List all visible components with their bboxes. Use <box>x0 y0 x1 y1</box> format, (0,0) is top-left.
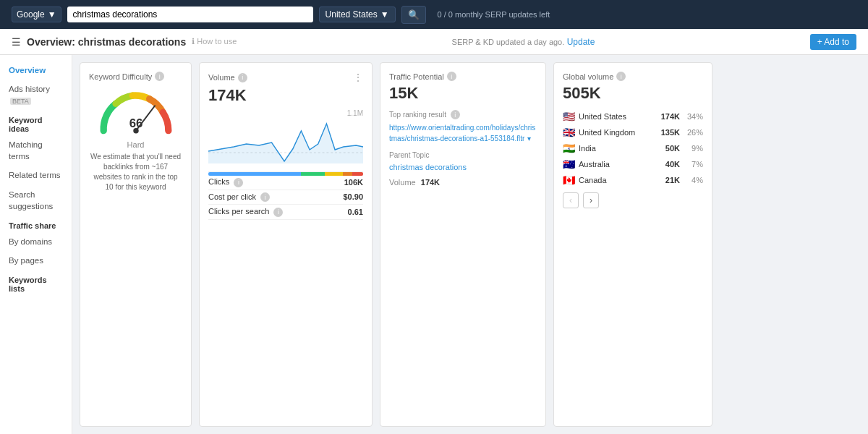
sidebar: Overview Ads history BETA Keyword ideas … <box>0 55 72 434</box>
sidebar-item-matching-terms[interactable]: Matching terms <box>0 135 72 166</box>
country-select[interactable]: United States ▼ <box>319 7 396 22</box>
engine-label: Google <box>17 9 45 20</box>
flag-gb: 🇬🇧 <box>563 127 575 138</box>
country-name-0: United States <box>579 112 661 121</box>
search-input-wrap <box>67 7 313 22</box>
tp-parent-topic-section: Parent Topic christmas decorations <box>389 151 537 172</box>
tp-card-title: Traffic Potential i <box>389 72 537 81</box>
parent-topic-label: Parent Topic <box>389 151 537 159</box>
volume-card: Volume i ⋮ 174K 1.1M <box>199 62 373 427</box>
country-chevron: ▼ <box>380 9 389 20</box>
country-val-3: 40K <box>665 160 680 169</box>
country-val-2: 50K <box>665 144 680 153</box>
ads-history-badge: BETA <box>10 98 31 105</box>
country-name-2: India <box>579 144 665 153</box>
gv-card-title: Global volume i <box>563 72 703 81</box>
how-to-use-link[interactable]: ℹ How to use <box>192 37 237 46</box>
volume-chart-area: 1.1M <box>208 109 363 167</box>
volume-chart-svg <box>208 109 363 167</box>
svg-text:66: 66 <box>129 116 142 130</box>
add-to-button[interactable]: + Add to <box>810 34 856 50</box>
volume-card-title: Volume i ⋮ <box>208 72 363 83</box>
flag-in: 🇮🇳 <box>563 142 575 154</box>
cps-value: 0.61 <box>348 208 363 216</box>
country-row-3: 🇦🇺 Australia 40K 7% <box>563 156 703 172</box>
dropdown-arrow[interactable]: ▾ <box>527 135 531 142</box>
next-arrow[interactable]: › <box>583 192 599 208</box>
search-button[interactable]: 🔍 <box>401 6 426 24</box>
kd-gauge-note: We estimate that you'll need backlinks f… <box>89 152 182 192</box>
metric-row-cpc: Cost per click i $0.90 <box>208 190 363 205</box>
gv-countries-list: 🇺🇸 United States 174K 34% 🇬🇧 United King… <box>563 109 703 188</box>
page-title: Overview: christmas decorations <box>27 36 186 48</box>
tp-top-result-section: Top ranking result i https://www.orienta… <box>389 110 537 144</box>
country-row-2: 🇮🇳 India 50K 9% <box>563 140 703 156</box>
gv-card: Global volume i 505K 🇺🇸 United States 17… <box>553 62 712 427</box>
country-row-0: 🇺🇸 United States 174K 34% <box>563 109 703 124</box>
country-val-0: 174K <box>661 112 680 121</box>
country-pct-1: 26% <box>683 128 703 137</box>
kd-card: Keyword Difficulty i <box>80 62 192 427</box>
cpc-label: Cost per click i <box>208 192 270 203</box>
engine-select[interactable]: Google ▼ <box>12 7 61 22</box>
gauge-wrap: 66 <box>89 87 182 137</box>
sidebar-item-related-terms[interactable]: Related terms <box>0 166 72 184</box>
kd-info-icon[interactable]: i <box>155 72 164 81</box>
tp-info-icon[interactable]: i <box>447 72 456 81</box>
gv-info-icon[interactable]: i <box>616 72 626 81</box>
country-pct-0: 34% <box>683 112 703 121</box>
flag-us: 🇺🇸 <box>563 111 575 122</box>
cpc-info-icon[interactable]: i <box>260 192 270 202</box>
sidebar-section-keyword-ideas: Keyword ideas <box>0 110 72 135</box>
prev-arrow[interactable]: ‹ <box>563 192 579 208</box>
metrics-divider: Clicks i 106K Cost per click i $0.90 Cli… <box>208 171 363 220</box>
serp-info: 0 / 0 monthly SERP updates left <box>438 10 550 19</box>
country-name-4: Canada <box>579 176 665 184</box>
country-pct-2: 9% <box>683 144 703 153</box>
main-layout: Overview Ads history BETA Keyword ideas … <box>0 55 868 434</box>
sidebar-item-by-domains[interactable]: By domains <box>0 232 72 251</box>
country-pct-3: 7% <box>683 160 703 169</box>
sidebar-item-overview[interactable]: Overview <box>0 61 72 80</box>
engine-chevron: ▼ <box>48 9 56 20</box>
top-bar: Google ▼ United States ▼ 🔍 0 / 0 monthly… <box>0 0 868 29</box>
sidebar-item-search-suggestions[interactable]: Search suggestions <box>0 185 72 216</box>
volume-color-bar <box>208 172 363 176</box>
sidebar-item-by-pages[interactable]: By pages <box>0 251 72 270</box>
country-val-1: 135K <box>661 128 680 137</box>
top-ranking-label: Top ranking result i <box>389 110 537 119</box>
sub-header: ☰ Overview: christmas decorations ℹ How … <box>0 29 868 55</box>
metric-row-clicks: Clicks i 106K <box>208 175 363 190</box>
tp-volume-value: 174K <box>421 178 440 187</box>
volume-value: 174K <box>208 86 363 105</box>
clicks-label: Clicks i <box>208 177 243 187</box>
update-info-text: SERP & KD updated a day ago. <box>452 38 565 46</box>
volume-menu-icon[interactable]: ⋮ <box>353 72 363 83</box>
search-input[interactable] <box>67 7 313 22</box>
top-result-url[interactable]: https://www.orientaltrading.com/holidays… <box>389 124 535 142</box>
country-pct-4: 4% <box>683 176 703 184</box>
country-val-4: 21K <box>665 176 680 184</box>
clicks-value: 106K <box>344 178 363 187</box>
sidebar-section-keywords-lists: Keywords lists <box>0 270 72 295</box>
cps-info-icon[interactable]: i <box>273 208 283 217</box>
tp-card: Traffic Potential i 15K Top ranking resu… <box>380 62 546 427</box>
chart-max-label: 1.1M <box>347 109 363 117</box>
volume-info-icon[interactable]: i <box>238 73 247 82</box>
update-link[interactable]: Update <box>567 37 595 47</box>
country-name-1: United Kingdom <box>579 128 661 137</box>
svg-marker-4 <box>208 124 363 163</box>
top-ranking-info-icon[interactable]: i <box>451 110 460 119</box>
sidebar-section-traffic-share: Traffic share <box>0 216 72 232</box>
metric-row-cps: Clicks per search i 0.61 <box>208 205 363 220</box>
clicks-info-icon[interactable]: i <box>234 178 243 187</box>
kd-card-title: Keyword Difficulty i <box>89 72 182 81</box>
parent-topic-link[interactable]: christmas decorations <box>389 163 467 171</box>
flag-au: 🇦🇺 <box>563 158 575 170</box>
country-row-1: 🇬🇧 United Kingdom 135K 26% <box>563 124 703 140</box>
tp-value: 15K <box>389 84 537 103</box>
country-label: United States <box>326 9 378 20</box>
tp-volume-section: Volume 174K <box>389 178 537 187</box>
hamburger-icon[interactable]: ☰ <box>12 36 21 48</box>
sidebar-item-ads-history[interactable]: Ads history BETA <box>0 80 72 110</box>
